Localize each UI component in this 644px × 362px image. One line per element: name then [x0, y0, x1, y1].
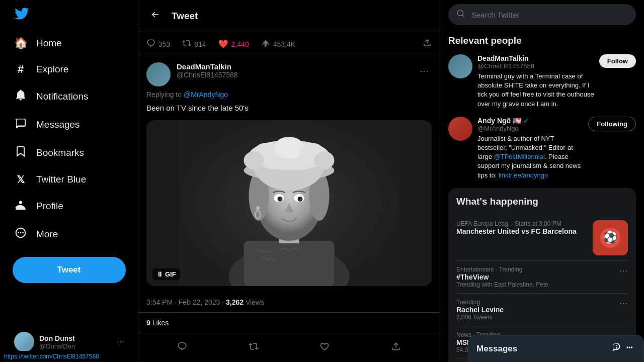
twitter-blue-icon: 𝕏 — [14, 173, 27, 186]
person-1-avatar[interactable] — [448, 54, 472, 78]
retweet-action-button[interactable] — [245, 337, 263, 358]
views-count-stat: 453.4K — [273, 40, 295, 48]
tweet-more-button[interactable]: ⋯ — [417, 62, 432, 79]
reply-to: Replying to @MrAndyNgo — [146, 90, 432, 99]
messages-bar-actions — [611, 342, 635, 355]
trend-item-1[interactable]: UEFA Europa Leag. · Starts at 3:00 PM Ma… — [456, 215, 628, 261]
trend-3-info: Trending Rachel Levine 2,006 Tweets — [456, 299, 504, 321]
sidebar-user-name: Don Dunst — [39, 334, 112, 342]
views-stat[interactable]: 453.4K — [261, 39, 295, 50]
relevant-person-1: DeadManTalkin @ChrisEl81457558 Terminal … — [448, 54, 636, 109]
trend-3-count: 2,006 Tweets — [456, 314, 504, 321]
svg-point-19 — [298, 197, 303, 202]
person-1-name[interactable]: DeadManTalkin — [477, 54, 529, 62]
trend-2-name: #TheView — [456, 273, 548, 281]
tweet-views-count: 3,262 — [226, 298, 244, 306]
tweet-page-title: Tweet — [172, 11, 198, 22]
svg-point-20 — [278, 197, 280, 199]
sidebar-user-info: Don Dunst @DunstDon — [39, 334, 112, 350]
replies-stat[interactable]: 353 — [146, 39, 170, 50]
sidebar-item-explore[interactable]: # Explore — [6, 57, 132, 82]
bio-mention[interactable]: @TPostMillennial — [494, 153, 545, 160]
sidebar-item-twitter-blue[interactable]: 𝕏 Twitter Blue — [6, 167, 132, 192]
trend-2-more-button[interactable]: ⋯ — [619, 265, 628, 276]
twitter-logo[interactable] — [6, 0, 132, 29]
trend-1-info: UEFA Europa Leag. · Starts at 3:00 PM Ma… — [456, 220, 577, 235]
tweet-likes-row: 9 Likes — [138, 313, 440, 333]
svg-point-30 — [244, 151, 264, 169]
trend-1-row: UEFA Europa Leag. · Starts at 3:00 PM Ma… — [456, 220, 628, 255]
trend-1-name: Manchester United vs FC Barcelona — [456, 227, 577, 235]
main-content: Tweet 353 814 ❤️ 2,440 453.4K — [138, 0, 440, 362]
trend-3-more-button[interactable]: ⋯ — [619, 298, 628, 309]
following-person-2-button[interactable]: Following — [588, 117, 636, 131]
svg-point-18 — [278, 197, 283, 202]
explore-icon: # — [14, 63, 27, 76]
trend-2-info: Entertainment · Trending #TheView Trendi… — [456, 266, 548, 288]
tweet-meta: 3:54 PM · Feb 22, 2023 · 3,262 Views — [138, 292, 440, 313]
reply-to-handle[interactable]: @MrAndyNgo — [184, 90, 228, 99]
left-sidebar: 🏠 Home # Explore Notifications Messages … — [0, 0, 138, 362]
tweet-views-label: Views — [246, 298, 264, 306]
author-name[interactable]: DeadManTalkin — [177, 62, 411, 71]
sidebar-item-profile[interactable]: Profile — [6, 193, 132, 220]
tweet-media[interactable]: ⏸ GIF — [146, 120, 432, 286]
profile-icon — [14, 199, 27, 214]
tweet-header: Tweet — [138, 0, 440, 32]
svg-text:⚽: ⚽ — [603, 230, 618, 244]
follow-person-1-button[interactable]: Follow — [599, 54, 636, 68]
person-1-actions: Follow — [599, 54, 636, 68]
messages-expand-button[interactable] — [625, 342, 635, 355]
svg-point-22 — [256, 206, 260, 210]
tweet-body: Replying to @MrAndyNgo Been on TV since … — [138, 86, 440, 292]
trend-item-3[interactable]: Trending Rachel Levine 2,006 Tweets ⋯ — [456, 294, 628, 326]
trend-3-name: Rachel Levine — [456, 306, 504, 314]
person-2-bio: Journalist & author of NYT bestseller, "… — [477, 134, 583, 180]
bio-link[interactable]: linktr.ee/andyngo — [499, 171, 548, 179]
sidebar-item-bookmarks[interactable]: Bookmarks — [6, 139, 132, 166]
person-2-handle: @MrAndyNgo — [477, 125, 583, 132]
gif-label: GIF — [165, 270, 176, 278]
likes-stat[interactable]: ❤️ 2,440 — [218, 39, 249, 49]
sidebar-item-label: Bookmarks — [36, 147, 84, 158]
tweet-button[interactable]: Tweet — [13, 257, 126, 283]
like-action-button[interactable] — [315, 337, 334, 358]
author-avatar[interactable] — [146, 62, 171, 86]
messages-floating-bar[interactable]: Messages — [468, 335, 644, 362]
sidebar-item-label: Twitter Blue — [36, 174, 86, 185]
twitter-bird-icon — [14, 6, 29, 21]
person-1-bio: Terminal guy with a Terminal case of abs… — [477, 72, 594, 109]
trend-item-2[interactable]: Entertainment · Trending #TheView Trendi… — [456, 261, 628, 294]
person-1-info: DeadManTalkin @ChrisEl81457558 Terminal … — [477, 54, 594, 109]
more-icon — [14, 227, 27, 242]
back-button[interactable] — [146, 6, 164, 26]
messages-bar-title: Messages — [476, 344, 517, 354]
sidebar-item-notifications[interactable]: Notifications — [6, 83, 132, 110]
search-input[interactable] — [471, 11, 628, 19]
gif-badge[interactable]: ⏸ GIF — [152, 268, 180, 280]
author-handle[interactable]: @ChrisEl81457588 — [177, 71, 411, 79]
trend-2-sub: Trending with East Palestine, Pete — [456, 281, 548, 288]
trend-3-row: Trending Rachel Levine 2,006 Tweets ⋯ — [456, 299, 628, 321]
person-2-name[interactable]: Andy Ngô 🇺🇸 — [477, 117, 521, 125]
tweet-author-row: DeadManTalkin @ChrisEl81457588 ⋯ — [138, 56, 440, 86]
share-icon[interactable] — [423, 38, 432, 50]
tweet-text: Been on TV since the late 50's — [146, 103, 432, 114]
search-bar[interactable] — [448, 4, 636, 25]
trend-1-category: UEFA Europa Leag. · Starts at 3:00 PM — [456, 220, 577, 227]
tweet-stats-row: 353 814 ❤️ 2,440 453.4K — [138, 32, 440, 56]
share-action-button[interactable] — [387, 337, 405, 358]
sidebar-item-home[interactable]: 🏠 Home — [6, 31, 132, 56]
likes-number: 9 — [146, 319, 150, 327]
person-2-avatar[interactable] — [448, 117, 472, 141]
relevant-person-2: Andy Ngô 🇺🇸 ✓ @MrAndyNgo Journalist & au… — [448, 117, 636, 180]
person-2-actions: Following — [588, 117, 636, 131]
sidebar-item-messages[interactable]: Messages — [6, 111, 132, 138]
retweets-stat[interactable]: 814 — [182, 39, 206, 50]
messages-compose-button[interactable] — [611, 342, 621, 355]
reply-action-button[interactable] — [173, 337, 191, 358]
tweet-actions-bar — [138, 333, 440, 363]
tweet-gif[interactable]: ⏸ GIF — [146, 120, 432, 286]
sidebar-item-more[interactable]: More — [6, 221, 132, 248]
sidebar-item-label: Explore — [36, 64, 68, 75]
